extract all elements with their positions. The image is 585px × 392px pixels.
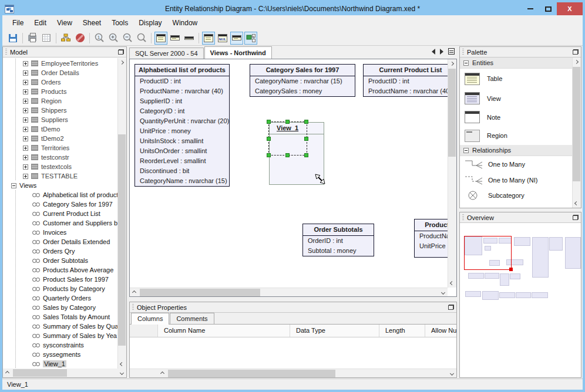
- tree-item-view[interactable]: Current Product List: [3, 209, 117, 218]
- scroll-right-button[interactable]: [448, 369, 456, 378]
- tree-horizontal-scrollbar[interactable]: [3, 369, 126, 377]
- diagram-canvas[interactable]: Alphabetical list of products ProductID …: [130, 59, 448, 288]
- palette-item-one-to-many-ni[interactable]: One to Many (NI): [460, 172, 572, 188]
- resize-handle-ne[interactable]: [304, 120, 308, 124]
- palette-item-note[interactable]: Note: [460, 108, 572, 126]
- tree-item-table[interactable]: Order Details: [3, 68, 117, 77]
- palette-section-entities[interactable]: Entities: [460, 58, 572, 69]
- drag-grip[interactable]: [462, 49, 464, 56]
- scroll-right-button[interactable]: [117, 369, 126, 377]
- entity-alphabetical-list[interactable]: Alphabetical list of products ProductID …: [135, 64, 230, 187]
- tree-item-table[interactable]: Region: [3, 96, 117, 106]
- scroll-thumb[interactable]: [573, 67, 580, 181]
- tree-item-table[interactable]: tDemo2: [3, 134, 117, 143]
- scroll-up-button[interactable]: [448, 59, 456, 68]
- selection-rect[interactable]: [268, 121, 307, 156]
- collapse-icon[interactable]: [11, 183, 16, 188]
- save-button[interactable]: [6, 32, 19, 45]
- expand-icon[interactable]: [23, 108, 28, 113]
- drag-grip[interactable]: [462, 214, 464, 221]
- resize-handle-sw[interactable]: [267, 153, 271, 157]
- overview-map[interactable]: [460, 223, 581, 377]
- print-button[interactable]: [26, 32, 39, 45]
- tab-comments[interactable]: Comments: [170, 313, 214, 324]
- model-panel-header[interactable]: Model: [3, 47, 126, 58]
- menu-sheet[interactable]: Sheet: [78, 16, 106, 29]
- display-compact-toggle[interactable]: [169, 32, 181, 45]
- tree-item-view[interactable]: Orders Qry: [3, 246, 117, 256]
- expand-icon[interactable]: [23, 155, 28, 160]
- display-minimal-toggle[interactable]: [183, 32, 196, 45]
- scroll-thumb[interactable]: [140, 289, 260, 296]
- entity-order-subtotals[interactable]: Order Subtotals OrderID : int Subtotal :…: [302, 224, 374, 256]
- tree-item-views-root[interactable]: Views: [3, 181, 117, 190]
- canvas-vertical-scrollbar[interactable]: [448, 59, 456, 288]
- scroll-right-button[interactable]: [439, 288, 448, 297]
- palette-header[interactable]: Palette: [460, 47, 581, 58]
- tree-item-view[interactable]: Quarterly Orders: [3, 293, 117, 303]
- scroll-left-button[interactable]: [130, 288, 139, 297]
- scroll-down-button[interactable]: [117, 360, 126, 369]
- zoom-in-button[interactable]: [107, 32, 120, 45]
- tree-item-table[interactable]: Suppliers: [3, 115, 117, 124]
- scroll-down-button[interactable]: [572, 199, 581, 208]
- tree-item-table[interactable]: Territories: [3, 143, 117, 153]
- collapse-icon[interactable]: [463, 60, 469, 66]
- palette-scrollbar[interactable]: [572, 58, 581, 208]
- tree-item-view[interactable]: syssegments: [3, 350, 117, 359]
- display-attributes-toggle[interactable]: [154, 32, 167, 45]
- expand-icon[interactable]: [23, 127, 28, 132]
- object-properties-header[interactable]: Object Properties: [130, 302, 456, 313]
- expand-icon[interactable]: [23, 146, 28, 151]
- tree-item-view[interactable]: Order Details Extended: [3, 237, 117, 246]
- no-entry-button[interactable]: [73, 32, 86, 45]
- tab-list-icon[interactable]: [448, 48, 455, 55]
- scroll-up-button[interactable]: [117, 58, 126, 67]
- expand-icon[interactable]: [23, 61, 28, 66]
- scroll-left-button[interactable]: [3, 369, 12, 377]
- menu-view[interactable]: View: [52, 16, 78, 29]
- tab-columns[interactable]: Columns: [131, 313, 169, 325]
- tab-scroll-right-icon[interactable]: [440, 49, 443, 55]
- auto-layout-button[interactable]: [59, 32, 72, 45]
- tree-item-table[interactable]: EmployeeTerritories: [3, 59, 117, 68]
- entity-category-sales[interactable]: Category Sales for 1997 CategoryName : n…: [250, 64, 355, 97]
- menu-display[interactable]: Display: [133, 16, 167, 29]
- tree-item-table[interactable]: testconstr: [3, 153, 117, 162]
- horizontal-splitter[interactable]: [129, 297, 457, 302]
- resize-handle-se[interactable]: [304, 153, 308, 157]
- expand-icon[interactable]: [23, 99, 28, 104]
- zoom-tool-button[interactable]: [135, 32, 148, 45]
- tree-item-view[interactable]: Order Subtotals: [3, 256, 117, 265]
- collapse-icon[interactable]: [463, 148, 469, 153]
- tree-item-view[interactable]: Summary of Sales by Qua: [3, 322, 117, 331]
- show-header-toggle[interactable]: [230, 32, 243, 45]
- tree-item-view[interactable]: Products Above Average: [3, 265, 117, 275]
- grid-header-column-name[interactable]: Column Name: [158, 325, 290, 337]
- show-keys-toggle[interactable]: [244, 32, 257, 45]
- tree-item-table[interactable]: Products: [3, 87, 117, 96]
- menu-edit[interactable]: Edit: [29, 16, 52, 29]
- scroll-thumb[interactable]: [13, 369, 67, 377]
- expand-icon[interactable]: [23, 174, 28, 179]
- float-panel-icon[interactable]: [573, 49, 579, 55]
- float-panel-icon[interactable]: [573, 215, 579, 220]
- entity-products[interactable]: Products ProductName UnitPrice: [414, 219, 448, 258]
- tab-views-northwind[interactable]: Views - Northwind: [204, 46, 272, 59]
- scroll-down-button[interactable]: [448, 279, 456, 288]
- menu-file[interactable]: File: [7, 16, 29, 29]
- tree-item-table[interactable]: tDemo: [3, 124, 117, 134]
- show-nullability-toggle[interactable]: NUL: [216, 32, 229, 45]
- tree-vertical-scrollbar[interactable]: [117, 58, 126, 369]
- tab-sql-server[interactable]: SQL Server 2000 - 54: [129, 48, 204, 59]
- page-grid-button[interactable]: [40, 32, 53, 45]
- grid-header-length[interactable]: Length: [379, 325, 425, 337]
- grid-header-allow-nulls[interactable]: Allow Nulls: [425, 325, 456, 337]
- tree-item-view[interactable]: Category Sales for 1997: [3, 200, 117, 209]
- palette-item-region[interactable]: Region: [460, 126, 572, 145]
- tree-item-view-selected[interactable]: View_1: [3, 359, 117, 369]
- resize-handle-w[interactable]: [267, 137, 271, 141]
- resize-handle-n[interactable]: [285, 120, 290, 124]
- float-panel-icon[interactable]: [118, 49, 124, 55]
- entity-current-product-list[interactable]: Current Product List ProductID : int Pro…: [363, 64, 448, 97]
